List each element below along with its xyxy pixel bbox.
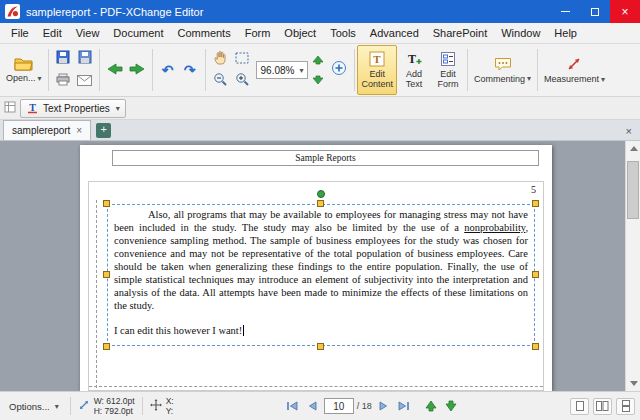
tabbar-close-icon[interactable]: × [621,125,637,137]
single-page-view-button[interactable] [570,398,589,415]
redo-button[interactable]: ↷ [179,59,201,81]
resize-handle-mid-left[interactable] [103,271,110,278]
menu-form[interactable]: Form [238,25,278,41]
two-page-view-button[interactable] [593,398,612,415]
pdf-page: Sample Reports 5 Also, all programs that… [80,145,552,391]
text-properties-label: Text Properties [43,103,110,114]
minimize-button[interactable] [550,0,580,23]
window-controls: × [550,0,640,23]
menu-object[interactable]: Object [277,25,323,41]
continuous-view-button[interactable] [616,398,635,415]
menu-advanced[interactable]: Advanced [363,25,426,41]
bottom-margin-guide [89,386,543,387]
measurement-button[interactable]: Measurement▾ [540,45,609,95]
page-down-button[interactable] [312,71,324,89]
resize-handle-bottom-left[interactable] [103,343,110,350]
snapshot-tool-button[interactable] [231,48,253,70]
commenting-label: Commenting [474,74,525,84]
menu-sharepoint[interactable]: SharePoint [426,25,494,41]
previous-page-button[interactable] [304,398,321,414]
go-back-button[interactable] [104,59,126,81]
menu-tools[interactable]: Tools [323,25,363,41]
edit-form-button[interactable]: Edit Form [431,45,465,95]
zoom-plus-button[interactable] [328,59,350,81]
zoom-level-combo[interactable]: 96.08% ▾ [256,61,309,79]
scrollbar-thumb[interactable] [627,161,639,219]
edit-content-button[interactable]: T Edit Content [357,45,397,95]
add-text-button[interactable]: T Add Text [397,45,431,95]
close-button[interactable]: × [610,0,640,23]
resize-handle-top-left[interactable] [103,200,110,207]
edited-line[interactable]: I can edit this however I want! [114,324,528,337]
previous-view-button[interactable] [423,398,440,414]
resize-handle-bottom-right[interactable] [532,343,539,350]
open-label: Open... [6,73,36,83]
page-number-input[interactable]: 10 [324,398,354,414]
toolbar-separator [48,49,49,91]
zoom-level-value: 96.08% [261,65,295,76]
svg-text:T: T [29,102,36,113]
open-folder-icon [14,57,33,73]
resize-handle-top-center[interactable] [317,200,324,207]
menu-file[interactable]: File [4,25,36,41]
svg-text:T: T [374,53,382,65]
selected-text-object: Also, all programs that may be available… [107,204,535,346]
menu-comments[interactable]: Comments [171,25,238,41]
scroll-up-button[interactable] [626,141,640,156]
edit-form-label-1: Edit [440,69,456,79]
options-button[interactable]: Options... ▾ [5,399,63,414]
menu-view[interactable]: View [69,25,107,41]
resize-handle-mid-right[interactable] [532,271,539,278]
undo-button[interactable]: ↶ [157,59,179,81]
next-view-button[interactable] [443,398,460,414]
menu-window[interactable]: Window [494,25,547,41]
menu-document[interactable]: Document [106,25,170,41]
tab-samplereport[interactable]: samplereport × [3,120,91,140]
tab-close-icon[interactable]: × [76,125,82,136]
paragraph-text-after: , convenience sampling method. The sampl… [114,222,528,311]
app-window: samplereport - PDF-XChange Editor × File… [0,0,640,420]
open-button[interactable]: Open...▾ [2,45,46,95]
print-button[interactable] [52,70,74,92]
plus-circle-icon [331,60,347,80]
resize-handle-bottom-center[interactable] [317,343,324,350]
crosshair-icon [150,399,162,413]
zoom-in-button[interactable] [231,70,253,92]
page-total-label: / 18 [357,401,372,411]
zoom-out-button[interactable] [209,70,231,92]
resize-handle-top-right[interactable] [532,200,539,207]
next-page-button[interactable] [375,398,392,414]
go-forward-button[interactable] [126,59,148,81]
save-button[interactable] [52,48,74,70]
new-tab-button[interactable]: + [96,123,111,138]
file-tools-group [51,45,97,95]
save-as-button[interactable] [74,48,96,70]
editable-text-block[interactable]: Also, all programs that may be available… [107,204,535,346]
first-page-button[interactable] [284,398,301,414]
paragraph[interactable]: Also, all programs that may be available… [114,208,528,312]
add-text-icon: T [406,51,422,69]
commenting-button[interactable]: Commenting▾ [470,45,535,95]
page-up-button[interactable] [312,51,324,69]
vertical-scrollbar[interactable] [625,141,640,391]
envelope-icon [77,72,92,90]
scroll-down-button[interactable] [626,376,640,391]
menu-edit[interactable]: Edit [36,25,69,41]
underlined-word: nonprobability [464,222,525,233]
measurement-dropdown-icon: ▾ [601,75,605,84]
page-size-readout: W: 612.0pt H: 792.0pt [94,396,135,416]
edited-line-text: I can edit this however I want! [114,325,242,336]
text-properties-button[interactable]: T Text Properties ▾ [20,99,126,118]
maximize-button[interactable] [580,0,610,23]
menu-help[interactable]: Help [547,25,584,41]
undo-icon: ↶ [162,63,174,77]
toolbar-separator [99,49,100,91]
rotate-handle[interactable] [317,190,325,198]
window-title: samplereport - PDF-XChange Editor [26,6,550,18]
last-page-button[interactable] [395,398,412,414]
hand-tool-button[interactable] [209,48,231,70]
email-button[interactable] [74,70,96,92]
green-arrow-right-icon [129,61,145,79]
edit-content-label-1: Edit [369,69,385,79]
edit-content-label-2: Content [361,79,393,89]
